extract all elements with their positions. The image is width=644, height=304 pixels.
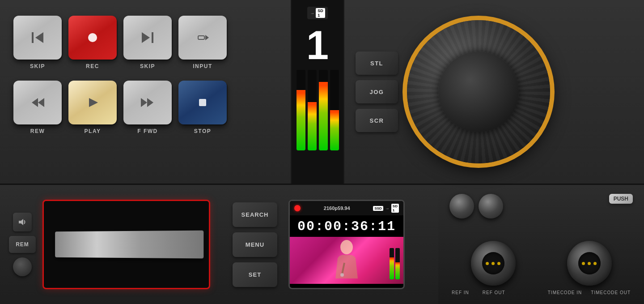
lcd-storage: SSD → SD1 [373,204,399,213]
timecode-out-inner [578,252,601,274]
stop-icon [195,94,211,111]
lcd-meter-fill-2 [395,262,400,280]
menu-button[interactable]: MENU [233,232,277,257]
storage-to-badge: SD1 [391,204,399,213]
push-button[interactable]: PUSH [609,194,633,204]
rem-label: REM [16,241,29,248]
svg-rect-0 [32,32,34,43]
timecode-in-connector [471,241,516,286]
main-connectors [449,223,633,290]
jog-area: STL JOG SCR [344,0,644,184]
stop-button[interactable]: STOP [178,81,227,134]
timecode-in-inner [482,252,504,274]
vu-meters [297,70,339,150]
pin-out-1 [582,262,585,265]
sd-badge: SD1 [316,8,325,18]
connectors-panel: PUSH [438,185,644,304]
track-number: 1 [306,25,329,65]
svg-rect-4 [152,32,153,43]
rew-label: REW [30,128,45,134]
svg-marker-9 [89,98,98,107]
jog-inner-knob [438,51,519,132]
ffwd-icon [139,94,156,111]
stop-label: STOP [194,128,211,134]
rec-label: REC [86,63,99,69]
input-button[interactable]: INPUT [178,16,227,69]
transport-row-2: REW PLAY [13,81,277,134]
skip-prev-icon [29,29,46,46]
lcd-meter-2 [395,248,400,279]
input-label: INPUT [193,63,212,69]
media-slot [42,200,210,289]
rew-button[interactable]: REW [13,81,62,134]
search-label: SEARCH [242,211,269,218]
stop-face [178,81,227,124]
meter-fill-4 [330,110,339,150]
svg-marker-10 [141,98,147,107]
transport-row-1: SKIP REC [13,16,277,69]
speaker-button[interactable] [13,213,32,231]
rec-face [68,16,117,60]
ref-out-label: REF OUT [483,290,505,295]
timecode-out-label: TIMECODE OUT [591,290,631,295]
xlr-pins-out [582,262,597,265]
ref-connectors [449,194,503,218]
jog-button[interactable]: JOG [356,80,398,103]
ffwd-face [123,81,172,124]
skip-next-button[interactable]: SKIP [123,16,172,69]
media-panel: REM [0,185,219,304]
input-icon [195,30,211,46]
meter-col-2 [308,70,317,150]
rem-button[interactable]: REM [9,236,36,253]
rew-icon [29,94,46,111]
timecode-in-group [449,241,537,286]
svg-marker-8 [38,98,44,107]
svg-point-15 [340,273,344,277]
lcd-format: 2160p59.94 [324,206,350,211]
search-button[interactable]: SEARCH [233,202,277,227]
control-panel: SEARCH MENU SET 2160p59.94 SSD → SD1 [219,185,438,304]
volume-knob[interactable] [13,257,32,276]
storage-from-badge: SSD [373,206,383,211]
pin-3 [497,262,500,265]
rec-icon [85,30,101,46]
svg-marker-1 [35,32,43,43]
jog-side-buttons: STL JOG SCR [356,51,398,132]
center-display: → SD1 1 [291,0,344,184]
ref-in-label: REF IN [452,290,469,295]
speaker-icon [17,217,27,227]
meter-fill-3 [319,82,328,150]
rec-button[interactable]: REC [68,16,117,69]
lcd-header: 2160p59.94 SSD → SD1 [290,201,403,215]
svg-marker-6 [205,35,209,40]
ffwd-button[interactable]: F FWD [123,81,172,134]
jog-wheel[interactable] [407,20,550,163]
pin-1 [486,262,489,265]
stl-label: STL [370,60,383,67]
input-face [178,16,227,60]
menu-buttons: SEARCH MENU SET [233,202,277,287]
lcd-meter-fill-1 [390,257,394,279]
stl-button[interactable]: STL [356,51,398,75]
play-label: PLAY [85,128,101,134]
arrow-icon: → [310,11,314,16]
top-panel: SKIP REC [0,0,644,184]
rec-indicator [294,205,301,211]
set-label: SET [249,271,261,278]
skip-prev-button[interactable]: SKIP [13,16,62,69]
xlr-pins [486,262,500,265]
set-button[interactable]: SET [233,262,277,287]
play-face [68,81,117,124]
lcd-screen: 2160p59.94 SSD → SD1 00:00:36:11 [288,200,405,289]
meter-col-3 [319,70,328,150]
svg-point-14 [340,240,353,254]
preview-content [320,238,373,283]
rew-face [13,81,62,124]
play-button[interactable]: PLAY [68,81,117,134]
media-cartridge [55,231,204,259]
connectors-top: PUSH [449,194,633,223]
skip-next-face [123,16,172,60]
scr-button[interactable]: SCR [356,109,398,132]
skip-prev-label: SKIP [30,63,45,69]
timecode-out-connector [567,241,612,286]
